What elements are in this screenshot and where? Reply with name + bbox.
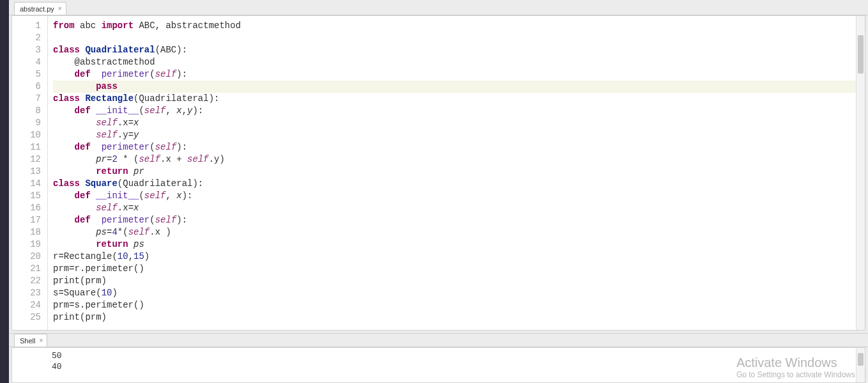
code-area[interactable]: from abc import ABC, abstractmethod clas… — [48, 16, 865, 330]
code-editor[interactable]: 1234567891011121314151617181920212223242… — [11, 15, 865, 331]
code-line[interactable]: print(prm) — [53, 275, 865, 287]
code-line[interactable]: def perimeter(self): — [53, 68, 865, 81]
editor-tabbar: abstract.py × — [9, 0, 868, 15]
code-line[interactable]: prm=s.perimeter() — [53, 299, 865, 311]
code-line[interactable]: class Square(Quadrilateral): — [53, 178, 865, 190]
shell-tabbar: Shell × — [9, 333, 868, 347]
shell-panel: Shell × 5040 — [9, 333, 868, 383]
code-line[interactable] — [53, 32, 865, 44]
shell-tab-label: Shell — [20, 337, 35, 345]
line-number-gutter: 1234567891011121314151617181920212223242… — [12, 16, 48, 330]
code-line[interactable]: ps=4*(self.x ) — [53, 226, 865, 238]
editor-scrollbar[interactable] — [856, 16, 865, 330]
ide-left-strip — [0, 0, 9, 383]
code-line[interactable]: self.x=x — [53, 202, 865, 214]
scrollbar-thumb[interactable] — [858, 353, 864, 366]
code-line[interactable]: def __init__(self, x,y): — [53, 105, 865, 117]
scrollbar-thumb[interactable] — [858, 35, 864, 74]
code-line[interactable]: def __init__(self, x): — [53, 190, 865, 202]
editor-tab-abstract[interactable]: abstract.py × — [14, 2, 66, 15]
code-line[interactable]: class Rectangle(Quadrilateral): — [53, 93, 865, 105]
code-line[interactable]: @abstractmethod — [53, 56, 865, 68]
code-line[interactable]: pass — [53, 81, 865, 93]
code-line[interactable]: pr=2 * (self.x + self.y) — [53, 153, 865, 166]
code-line[interactable]: from abc import ABC, abstractmethod — [53, 20, 865, 32]
code-line[interactable]: def perimeter(self): — [53, 141, 865, 153]
ide-main: abstract.py × 12345678910111213141516171… — [9, 0, 868, 383]
close-icon[interactable]: × — [39, 337, 43, 344]
code-line[interactable]: self.y=y — [53, 129, 865, 141]
code-line[interactable]: def perimeter(self): — [53, 214, 865, 226]
code-line[interactable]: print(prm) — [53, 311, 865, 324]
code-line[interactable]: s=Square(10) — [53, 287, 865, 299]
code-line[interactable]: return pr — [53, 166, 865, 178]
editor-tab-label: abstract.py — [20, 5, 54, 13]
code-line[interactable]: class Quadrilateral(ABC): — [53, 44, 865, 56]
code-line[interactable]: self.x=x — [53, 117, 865, 129]
close-icon[interactable]: × — [58, 5, 62, 12]
shell-scrollbar[interactable] — [856, 348, 865, 382]
code-line[interactable]: r=Rectangle(10,15) — [53, 251, 865, 263]
shell-output: 5040 — [48, 348, 865, 382]
shell-body[interactable]: 5040 — [11, 347, 865, 383]
code-line[interactable]: return ps — [53, 238, 865, 251]
shell-tab[interactable]: Shell × — [14, 334, 47, 347]
code-line[interactable]: prm=r.perimeter() — [53, 263, 865, 275]
shell-gutter — [12, 348, 48, 382]
